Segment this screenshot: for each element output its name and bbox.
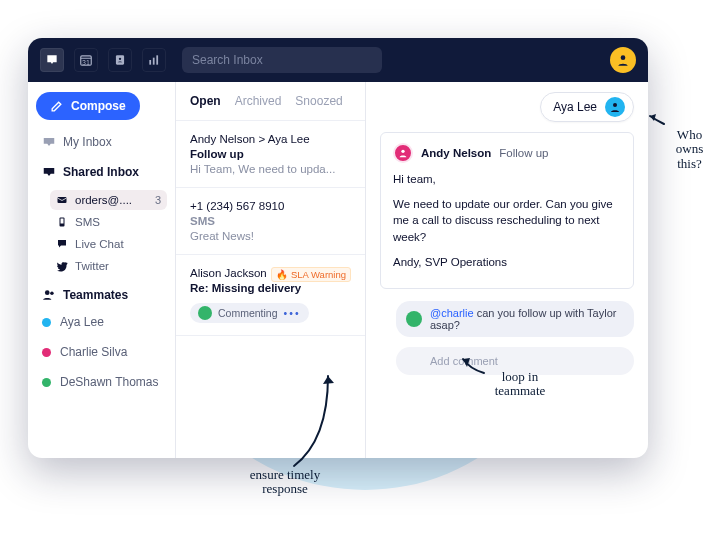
svg-point-13 — [401, 150, 404, 153]
thread-item[interactable]: Alison Jackson 🔥 SLA Warning Re: Missing… — [176, 255, 365, 336]
compose-icon — [50, 100, 63, 113]
assignee-chip[interactable]: Aya Lee — [540, 92, 634, 122]
assignee-name: Aya Lee — [553, 100, 597, 114]
nav-shared-inbox[interactable]: Shared Inbox — [36, 160, 167, 184]
message-body: We need to update our order. Can you giv… — [393, 196, 621, 246]
chat-icon — [56, 238, 68, 250]
compose-button[interactable]: Compose — [36, 92, 140, 120]
teammate-deshawn-label: DeShawn Thomas — [60, 375, 159, 389]
assignee-avatar-icon — [605, 97, 625, 117]
svg-rect-5 — [156, 55, 158, 64]
teammate-charlie[interactable]: Charlie Silva — [36, 340, 167, 364]
current-user-avatar[interactable] — [610, 47, 636, 73]
svg-rect-3 — [149, 60, 151, 65]
teammate-aya[interactable]: Aya Lee — [36, 310, 167, 334]
message-signoff: Andy, SVP Operations — [393, 254, 621, 271]
comment-text: @charlie can you follow up with Taylor a… — [430, 307, 624, 331]
thread-from: Alison Jackson — [190, 267, 267, 279]
sender-avatar-icon — [393, 143, 413, 163]
channel-twitter[interactable]: Twitter — [50, 256, 167, 276]
topbar: 31 — [28, 38, 648, 82]
status-dot-icon — [42, 318, 51, 327]
svg-point-6 — [621, 55, 626, 60]
svg-point-11 — [50, 292, 54, 296]
channel-sms-label: SMS — [75, 216, 100, 228]
thread-item[interactable]: +1 (234) 567 8910 SMS Great News! — [176, 188, 365, 255]
status-dot-icon — [42, 348, 51, 357]
thread-tabs: Open Archived Snoozed — [176, 82, 365, 121]
tab-snoozed[interactable]: Snoozed — [295, 94, 342, 108]
typing-dots-icon: ••• — [284, 307, 301, 319]
shared-inbox-icon — [42, 165, 56, 179]
internal-comment: @charlie can you follow up with Taylor a… — [396, 301, 634, 337]
svg-marker-15 — [323, 376, 334, 384]
sla-warning-badge: 🔥 SLA Warning — [271, 267, 351, 282]
search-box[interactable] — [182, 47, 382, 73]
svg-rect-4 — [153, 58, 155, 65]
message-from: Andy Nelson — [421, 147, 491, 159]
commenting-indicator: Commenting ••• — [190, 303, 309, 323]
teammate-deshawn[interactable]: DeShawn Thomas — [36, 370, 167, 394]
inbox-icon — [42, 135, 56, 149]
annotation-who-owns: Who owns this? — [662, 128, 717, 171]
svg-point-2 — [119, 58, 121, 60]
message-greeting: Hi team, — [393, 171, 621, 188]
channel-twitter-label: Twitter — [75, 260, 109, 272]
thread-subject: Re: Missing delivery — [190, 282, 351, 294]
annotation-loop: loop in teammate — [480, 370, 560, 399]
svg-point-12 — [613, 103, 617, 107]
svg-rect-7 — [58, 197, 67, 203]
thread-from: Andy Nelson > Aya Lee — [190, 133, 351, 145]
teammate-charlie-label: Charlie Silva — [60, 345, 127, 359]
teammates-icon — [42, 288, 56, 302]
commenting-label: Commenting — [218, 307, 278, 319]
channel-sms[interactable]: SMS — [50, 212, 167, 232]
twitter-icon — [56, 260, 68, 272]
sidebar: Compose My Inbox Shared Inbox orders@...… — [28, 82, 176, 458]
thread-preview: Great News! — [190, 230, 351, 242]
nav-contacts-icon[interactable] — [108, 48, 132, 72]
message-subject: Follow up — [499, 147, 548, 159]
teammate-aya-label: Aya Lee — [60, 315, 104, 329]
search-input[interactable] — [192, 53, 372, 67]
channel-livechat[interactable]: Live Chat — [50, 234, 167, 254]
nav-my-inbox[interactable]: My Inbox — [36, 130, 167, 154]
conversation-pane: Aya Lee Andy Nelson Follow up Hi team, — [366, 82, 648, 458]
tab-archived[interactable]: Archived — [235, 94, 282, 108]
svg-point-10 — [45, 290, 50, 295]
thread-subject: Follow up — [190, 148, 351, 160]
thread-preview: Hi Team, We need to upda... — [190, 163, 351, 175]
teammates-title: Teammates — [63, 288, 128, 302]
compose-label: Compose — [71, 99, 126, 113]
teammates-title-row: Teammates — [36, 282, 167, 304]
mail-icon — [56, 194, 68, 206]
status-dot-icon — [42, 378, 51, 387]
channel-orders-badge: 3 — [155, 194, 161, 206]
message-card: Andy Nelson Follow up Hi team, We need t… — [380, 132, 634, 289]
sms-icon — [56, 216, 68, 228]
svg-rect-9 — [61, 219, 64, 224]
self-avatar-icon — [406, 353, 422, 369]
channel-livechat-label: Live Chat — [75, 238, 124, 250]
nav-calendar-icon[interactable]: 31 — [74, 48, 98, 72]
channel-orders-label: orders@.... — [75, 194, 132, 206]
thread-phone: +1 (234) 567 8910 — [190, 200, 351, 212]
my-inbox-label: My Inbox — [63, 135, 112, 149]
annotation-timely: ensure timely response — [240, 468, 330, 497]
shared-inbox-label: Shared Inbox — [63, 165, 139, 179]
commenter-avatar-icon — [406, 311, 422, 327]
nav-analytics-icon[interactable] — [142, 48, 166, 72]
thread-subject: SMS — [190, 215, 351, 227]
channel-orders[interactable]: orders@.... 3 — [50, 190, 167, 210]
thread-item[interactable]: Andy Nelson > Aya Lee Follow up Hi Team,… — [176, 121, 365, 188]
tab-open[interactable]: Open — [190, 94, 221, 108]
nav-inbox-icon[interactable] — [40, 48, 64, 72]
commenter-avatar-icon — [198, 306, 212, 320]
comment-mention[interactable]: @charlie — [430, 307, 474, 319]
